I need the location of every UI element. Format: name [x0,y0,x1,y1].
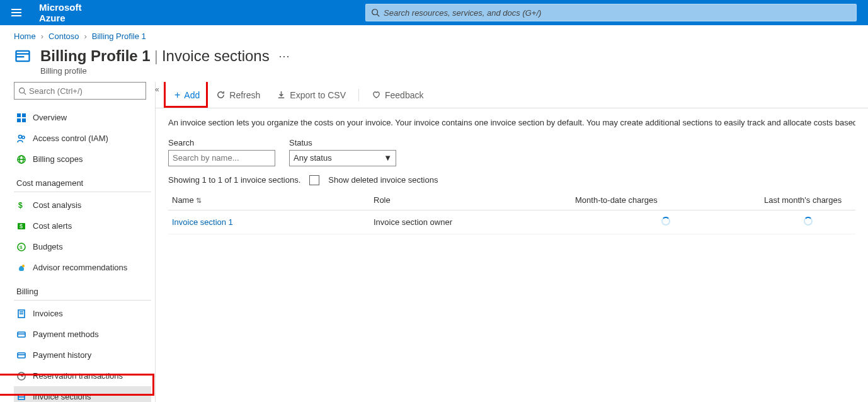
sidebar-item-access-control[interactable]: Access control (IAM) [14,128,151,149]
sidebar: « Overview Access control (IAM) Billing … [0,82,155,402]
feedback-button[interactable]: Feedback [365,88,430,103]
add-label: Add [184,90,200,100]
svg-rect-9 [17,118,21,122]
sidebar-item-billing-scopes[interactable]: Billing scopes [14,149,151,169]
svg-text:$: $ [18,201,23,210]
search-icon [371,8,380,17]
breadcrumb: Home › Contoso › Billing Profile 1 [0,25,868,45]
sidebar-item-advisor[interactable]: Advisor recommendations [14,257,151,278]
sections-icon [16,392,26,402]
main-content: + Add Refresh Export to CSV Feedback An … [155,82,868,402]
status-filter-value: Any status [294,153,332,163]
search-filter-label: Search [168,138,275,147]
table-header-role[interactable]: Role [370,190,571,210]
role-cell: Invoice section owner [370,210,571,234]
history-icon [16,350,26,360]
svg-text:$: $ [20,244,23,250]
search-filter-input[interactable] [168,150,275,166]
sidebar-search-input[interactable] [29,86,142,96]
more-icon[interactable]: ⋯ [278,49,290,63]
add-button[interactable]: + Add [168,87,206,103]
svg-rect-8 [22,113,26,117]
global-search-input[interactable] [384,8,851,18]
breadcrumb-billing-profile[interactable]: Billing Profile 1 [92,32,146,41]
page-subtitle: Billing profile [40,66,290,76]
global-search[interactable] [365,4,857,21]
export-label: Export to CSV [290,90,346,100]
help-text: An invoice section lets you organize the… [168,117,855,129]
sidebar-item-payment-history[interactable]: Payment history [14,345,151,365]
refresh-button[interactable]: Refresh [210,88,266,103]
sidebar-item-label: Access control (IAM) [33,134,108,143]
download-icon [277,90,286,100]
billing-profile-icon [14,47,31,67]
sidebar-item-label: Cost analysis [33,200,81,210]
status-filter-label: Status [289,138,396,147]
sidebar-item-cost-alerts[interactable]: $ Cost alerts [14,215,151,236]
sidebar-item-label: Billing scopes [33,154,83,164]
search-icon [18,87,26,95]
export-button[interactable]: Export to CSV [270,88,352,103]
page-header: Billing Profile 1|Invoice sections ⋯ Bil… [0,45,868,82]
sidebar-item-invoice-sections[interactable]: Invoice sections [14,386,151,402]
table-header-mtd[interactable]: Month-to-date charges [571,190,760,210]
heart-icon [372,90,381,100]
svg-point-12 [22,136,25,139]
sidebar-search[interactable] [14,82,146,100]
invoice-icon [16,309,26,319]
svg-point-5 [20,88,25,93]
svg-line-1 [377,14,380,17]
globe-icon [16,154,26,164]
sidebar-item-label: Cost alerts [33,221,72,231]
plus-icon: + [174,89,180,101]
sidebar-item-payment-methods[interactable]: Payment methods [14,324,151,345]
breadcrumb-home[interactable]: Home [14,32,36,41]
clock-icon [16,371,26,381]
brand-label: Microsoft Azure [39,2,101,23]
alert-icon: $ [16,221,26,231]
sidebar-item-label: Invoice sections [33,392,91,401]
svg-rect-10 [22,118,26,122]
table-row[interactable]: Invoice section 1 Invoice section owner [168,210,855,234]
svg-rect-27 [18,353,25,358]
show-deleted-label: Show deleted invoice sections [328,175,438,185]
table-header-last-month[interactable]: Last month's charges [760,190,855,210]
sidebar-item-label: Overview [33,113,67,122]
hamburger-icon[interactable] [11,9,21,16]
table-header-name[interactable]: Name⇅ [168,190,370,210]
mtd-cell [571,210,760,234]
chevron-right-icon: › [41,32,43,41]
toolbar: + Add Refresh Export to CSV Feedback [156,82,868,108]
filter-row: Search Status Any status ▼ [168,138,855,166]
show-deleted-checkbox[interactable] [309,175,319,185]
svg-text:$: $ [20,223,23,229]
dollar-icon: $ [16,200,26,210]
sidebar-item-budgets[interactable]: $ Budgets [14,236,151,257]
sidebar-item-label: Payment history [33,350,91,360]
sidebar-item-label: Advisor recommendations [33,263,127,272]
advisor-icon [16,263,26,273]
sidebar-item-cost-analysis[interactable]: $ Cost analysis [14,195,151,215]
svg-point-21 [22,265,25,267]
sidebar-group-cost-management: Cost management [14,169,151,192]
overview-icon [16,113,26,123]
breadcrumb-contoso[interactable]: Contoso [49,32,79,41]
svg-rect-7 [17,113,21,117]
status-filter-select[interactable]: Any status ▼ [289,150,396,166]
invoice-section-link[interactable]: Invoice section 1 [172,217,233,227]
sidebar-item-invoices[interactable]: Invoices [14,303,151,324]
loading-spinner-icon [804,217,813,226]
sidebar-item-label: Reservation transactions [33,371,123,381]
chevron-right-icon: › [84,32,86,41]
summary-text: Showing 1 to 1 of 1 invoice sections. [168,175,300,185]
svg-point-0 [372,9,378,15]
sidebar-item-overview[interactable]: Overview [14,107,151,128]
sidebar-item-label: Payment methods [33,330,99,339]
svg-point-11 [19,135,22,138]
last-month-cell [760,210,855,234]
sort-icon: ⇅ [196,197,202,204]
separator [358,89,359,101]
page-title: Billing Profile 1|Invoice sections [40,47,270,65]
sidebar-item-reservation-transactions[interactable]: Reservation transactions [14,365,151,386]
svg-line-6 [24,92,26,94]
